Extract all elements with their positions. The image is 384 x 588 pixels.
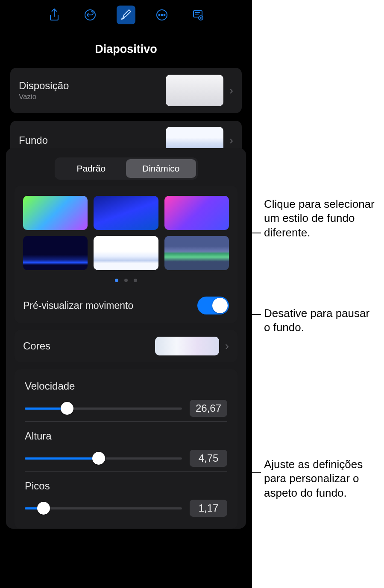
speed-slider-row: Velocidade 26,67: [25, 378, 227, 422]
preview-motion-label: Pré-visualizar movimento: [23, 300, 197, 311]
disposition-sublabel: Vazio: [19, 93, 166, 101]
callout-line: [248, 233, 261, 233]
page-dots[interactable]: [23, 275, 229, 290]
disposition-row[interactable]: Disposição Vazio ›: [10, 68, 242, 113]
presenter-icon[interactable]: [188, 6, 207, 24]
svg-point-4: [164, 15, 165, 16]
callout-sliders: Ajuste as definições para personalizar o…: [264, 457, 379, 500]
svg-point-3: [161, 15, 163, 16]
background-type-segmented[interactable]: Padrão Dinâmico: [55, 157, 198, 180]
callout-line: [248, 472, 261, 473]
sliders-group: Velocidade 26,67 Altura 4,75: [15, 369, 237, 529]
switch-knob: [212, 298, 228, 313]
slider-thumb[interactable]: [61, 402, 73, 415]
page-dot[interactable]: [124, 279, 128, 282]
page-dot[interactable]: [134, 279, 137, 282]
height-label: Altura: [25, 430, 227, 442]
callout-style: Clique para selecionar um estilo de fund…: [264, 197, 379, 240]
slider-thumb[interactable]: [92, 452, 105, 465]
format-brush-icon[interactable]: [117, 6, 135, 24]
disposition-thumbnail: [166, 75, 223, 106]
background-style-grid: [23, 196, 229, 270]
slider-thumb[interactable]: [37, 502, 50, 515]
share-icon[interactable]: [45, 6, 64, 24]
speed-label: Velocidade: [25, 380, 227, 392]
chevron-right-icon: ›: [229, 84, 233, 97]
colors-label: Cores: [23, 340, 155, 352]
undo-icon[interactable]: [81, 6, 100, 24]
height-slider[interactable]: [25, 457, 182, 460]
background-style-swatch[interactable]: [94, 236, 158, 270]
peaks-value[interactable]: 1,17: [190, 500, 227, 517]
callout-toggle: Desative para pausar o fundo.: [264, 306, 375, 335]
background-style-swatch[interactable]: [164, 236, 229, 270]
background-style-swatch[interactable]: [23, 236, 88, 270]
speed-slider[interactable]: [25, 408, 182, 410]
chevron-right-icon: ›: [225, 339, 229, 353]
svg-point-7: [200, 17, 202, 19]
background-style-swatch[interactable]: [164, 196, 229, 230]
tab-dynamic[interactable]: Dinâmico: [126, 159, 196, 178]
chevron-right-icon: ›: [229, 134, 233, 147]
colors-swatch[interactable]: [155, 337, 219, 355]
background-label: Fundo: [19, 134, 166, 146]
peaks-label: Picos: [25, 480, 227, 492]
background-style-swatch[interactable]: [94, 196, 158, 230]
toolbar: [0, 0, 252, 30]
more-icon[interactable]: [152, 6, 171, 24]
background-style-swatch[interactable]: [23, 196, 88, 230]
svg-point-2: [159, 15, 160, 16]
disposition-label: Disposição: [19, 80, 166, 92]
page-dot[interactable]: [115, 279, 118, 282]
height-value[interactable]: 4,75: [190, 450, 227, 467]
preview-motion-toggle[interactable]: [197, 297, 229, 314]
panel-title: Diapositivo: [0, 30, 252, 68]
peaks-slider[interactable]: [25, 507, 182, 509]
app-panel: Diapositivo Disposição Vazio › Fundo › P…: [0, 0, 252, 588]
tab-standard[interactable]: Padrão: [56, 159, 126, 178]
peaks-slider-row: Picos 1,17: [25, 472, 227, 521]
colors-row[interactable]: Cores ›: [15, 330, 237, 362]
speed-value[interactable]: 26,67: [190, 400, 227, 417]
height-slider-row: Altura 4,75: [25, 422, 227, 472]
